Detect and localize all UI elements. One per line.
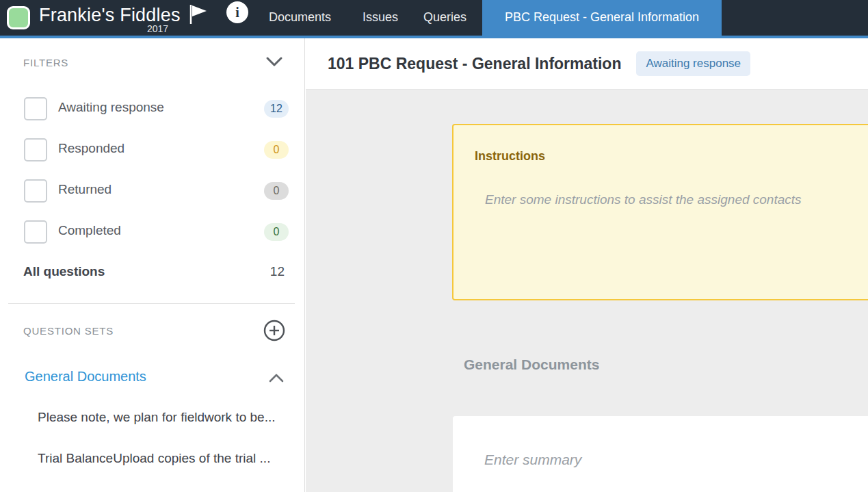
question-sets-section-title: QUESTION SETS [23,325,114,337]
add-question-set-icon[interactable] [263,320,285,341]
summary-input-placeholder[interactable]: Enter summary [484,452,581,468]
all-questions-link[interactable]: All questions [23,264,105,279]
app-logo[interactable] [7,6,30,29]
question-item[interactable]: Trial BalanceUpload copies of the trial … [38,451,270,466]
filter-row-awaiting-response: Awaiting response 12 [0,97,305,120]
page-title: 101 PBC Request - General Information [328,55,621,73]
instructions-box[interactable]: Instructions Enter some instructions to … [452,124,868,300]
sidebar: FILTERS Awaiting response 12 Responded 0… [0,38,305,492]
section-title-general-documents: General Documents [464,357,599,373]
count-badge: 0 [264,223,289,241]
returned-checkbox[interactable] [24,179,47,203]
count-badge: 12 [264,100,289,118]
top-navigation-bar: Frankie's Fiddles 2017 i Documents Issue… [0,0,868,36]
question-item[interactable]: Please note, we plan for fieldwork to be… [38,410,275,425]
filter-label: Returned [58,182,111,197]
filter-row-completed: Completed 0 [0,220,305,244]
chevron-up-icon[interactable] [269,373,284,385]
instructions-title: Instructions [475,149,545,164]
filter-label: Responded [58,141,124,156]
count-badge: 0 [264,182,289,200]
main-content: Instructions Enter some instructions to … [306,90,868,492]
all-questions-count: 12 [270,264,285,279]
responded-checkbox[interactable] [24,138,47,161]
summary-card: Enter summary [453,416,868,492]
tab-pbc-request-active[interactable]: PBC Request - General Information [482,0,722,38]
question-set-general-documents[interactable]: General Documents [25,369,146,385]
filters-section-title: FILTERS [23,57,68,68]
nav-item-documents[interactable]: Documents [269,0,331,36]
nav-item-issues[interactable]: Issues [363,0,398,36]
flag-icon[interactable] [186,3,209,26]
filter-label: Awaiting response [58,100,164,115]
filter-row-returned: Returned 0 [0,179,305,203]
chevron-down-icon[interactable] [265,56,283,70]
status-badge: Awaiting response [636,51,750,76]
awaiting-response-checkbox[interactable] [24,97,47,120]
sidebar-divider [8,303,295,304]
engagement-year: 2017 [147,23,168,34]
nav-item-queries[interactable]: Queries [423,0,466,36]
count-badge: 0 [264,141,289,159]
instructions-input-placeholder[interactable]: Enter some instructions to assist the as… [485,192,802,207]
filter-row-responded: Responded 0 [0,138,305,161]
page-header: 101 PBC Request - General Information Aw… [306,38,868,90]
completed-checkbox[interactable] [24,220,47,244]
info-icon[interactable]: i [226,1,248,23]
filter-label: Completed [58,223,121,238]
